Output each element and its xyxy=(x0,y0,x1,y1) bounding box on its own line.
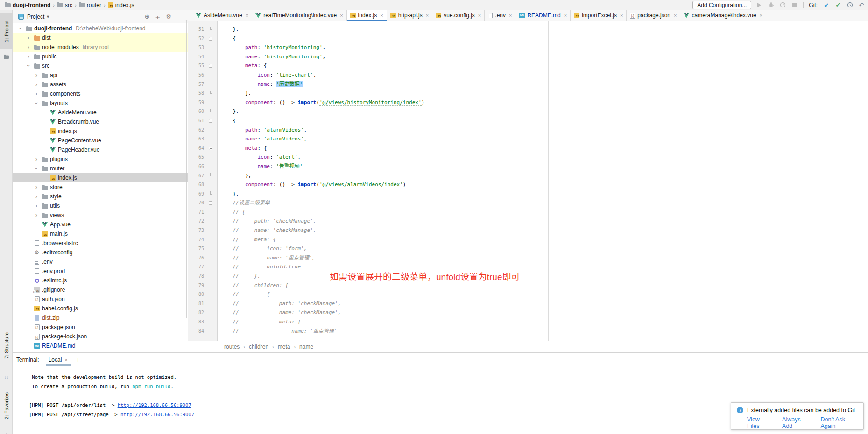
editor-tab[interactable]: MDREADME.md× xyxy=(515,10,571,21)
tree-expand-icon[interactable]: › xyxy=(34,156,39,162)
editor-tab[interactable]: cameraManage\index.vue× xyxy=(680,10,766,21)
tree-expand-icon[interactable]: › xyxy=(34,203,39,209)
tree-item[interactable]: ›plugins xyxy=(13,154,188,164)
git-rollback-icon[interactable]: ↶ xyxy=(858,1,865,9)
editor-tab[interactable]: .env× xyxy=(485,10,515,21)
notification-action-link[interactable]: Always Add xyxy=(782,416,810,429)
tree-expand-icon[interactable]: › xyxy=(26,53,31,60)
tree-item[interactable]: JS⊘.gitignore xyxy=(13,285,188,294)
locate-file-icon[interactable]: ⊕ xyxy=(145,13,150,20)
tree-item[interactable]: JSmain.js xyxy=(13,229,188,238)
tree-item[interactable]: .eslintrc.js xyxy=(13,276,188,285)
tree-item[interactable]: {;}package.json xyxy=(13,322,188,332)
tree-expand-icon[interactable]: › xyxy=(33,166,40,171)
fold-end-icon[interactable] xyxy=(210,191,212,195)
tree-item[interactable]: .browserslistrc xyxy=(13,238,188,248)
stripe-button-favorites[interactable]: 2: Favorites xyxy=(0,384,13,428)
stripe-button-structure[interactable]: 7: Structure xyxy=(0,322,13,369)
code-editor[interactable]: 51 },52 {53 path: 'historyMonitoring',54… xyxy=(188,21,868,341)
tree-item[interactable]: {;}auth.json xyxy=(13,294,188,304)
breadcrumb-item[interactable]: router xyxy=(79,2,101,8)
tree-item[interactable]: ›style xyxy=(13,192,188,201)
fold-end-icon[interactable] xyxy=(210,91,212,94)
tree-item[interactable]: {;}package-lock.json xyxy=(13,332,188,341)
close-icon[interactable]: × xyxy=(620,13,623,18)
tree-item[interactable]: ⚙.editorconfig xyxy=(13,248,188,257)
tree-item[interactable]: ›dist xyxy=(13,33,188,42)
tree-item[interactable]: AsideMenu.vue xyxy=(13,108,188,117)
tree-item[interactable]: ›utils xyxy=(13,201,188,210)
panel-settings-icon[interactable]: ⚙ xyxy=(166,13,171,20)
hide-panel-icon[interactable]: — xyxy=(177,13,183,20)
tree-item[interactable]: .env.prod xyxy=(13,266,188,276)
tree-expand-icon[interactable]: › xyxy=(34,212,39,218)
tree-expand-icon[interactable]: › xyxy=(34,81,39,88)
tree-item[interactable]: ›store xyxy=(13,182,188,192)
editor-tab[interactable]: JShttp-api.js× xyxy=(387,10,432,21)
tree-item[interactable]: ›layouts xyxy=(13,98,188,108)
breadcrumb-item[interactable]: JSindex.js xyxy=(108,2,134,8)
tree-expand-icon[interactable]: › xyxy=(34,91,39,97)
tree-item[interactable]: dist.zip xyxy=(13,313,188,322)
fold-marker-icon[interactable] xyxy=(209,37,212,41)
add-configuration-button[interactable]: Add Configuration... xyxy=(692,1,751,9)
editor-tab[interactable]: AsideMenu.vue× xyxy=(192,10,252,21)
project-tree[interactable]: ›duoji-frontendD:\zheheWeb\duoji-fronten… xyxy=(13,24,188,352)
tree-expand-icon[interactable]: › xyxy=(34,193,39,200)
fold-end-icon[interactable] xyxy=(210,173,212,176)
chevron-down-icon[interactable]: ▼ xyxy=(46,14,50,19)
fold-marker-icon[interactable] xyxy=(209,147,212,150)
tree-item[interactable]: Breadcrumb.vue xyxy=(13,117,188,126)
tree-item[interactable]: PageHeader.vue xyxy=(13,145,188,154)
tree-item[interactable]: ›components xyxy=(13,89,188,98)
tree-item[interactable]: JSindex.js xyxy=(13,126,188,136)
close-icon[interactable]: × xyxy=(674,13,677,18)
tree-item[interactable]: ›public xyxy=(13,52,188,61)
new-terminal-session-icon[interactable]: + xyxy=(72,356,84,366)
tree-expand-icon[interactable]: › xyxy=(17,26,24,31)
run-with-coverage-icon[interactable] xyxy=(779,1,786,9)
stripe-button-project[interactable]: 1: Project xyxy=(0,13,13,49)
fold-marker-icon[interactable] xyxy=(209,119,212,123)
breadcrumb-item[interactable]: duoji-frontend xyxy=(5,2,50,8)
editor-breadcrumb-item[interactable]: routes xyxy=(224,343,240,350)
stop-icon[interactable] xyxy=(790,1,798,9)
debug-icon[interactable] xyxy=(767,1,775,9)
close-icon[interactable]: × xyxy=(564,13,567,18)
tree-item[interactable]: JSbabel.config.js xyxy=(13,304,188,313)
tree-item[interactable]: .env xyxy=(13,257,188,266)
tree-item[interactable]: MDREADME.md xyxy=(13,341,188,350)
collapse-all-icon[interactable]: ∓ xyxy=(155,13,160,20)
git-update-icon[interactable]: ↙ xyxy=(823,1,830,9)
git-history-icon[interactable] xyxy=(846,1,854,9)
editor-tab[interactable]: realTimeMonitoring\index.vue× xyxy=(252,10,346,21)
editor-breadcrumb-item[interactable]: name xyxy=(299,343,313,350)
tree-scrollbar[interactable] xyxy=(186,20,187,318)
tree-expand-icon[interactable]: › xyxy=(26,35,31,41)
tree-expand-icon[interactable]: › xyxy=(34,184,39,190)
tree-item[interactable]: ›node_moduleslibrary root xyxy=(13,42,188,52)
close-icon[interactable]: × xyxy=(380,13,383,18)
tree-expand-icon[interactable]: › xyxy=(26,44,31,50)
close-icon[interactable]: × xyxy=(64,357,67,363)
close-icon[interactable]: × xyxy=(340,13,343,18)
close-icon[interactable]: × xyxy=(246,13,248,18)
tree-item[interactable]: ›duoji-frontendD:\zheheWeb\duoji-fronten… xyxy=(13,24,188,33)
editor-tab[interactable]: {;}package.json× xyxy=(627,10,680,21)
fold-end-icon[interactable] xyxy=(210,109,212,112)
breadcrumb-item[interactable]: src xyxy=(57,2,72,8)
tool-windows-grid-icon[interactable]: ∷ xyxy=(0,374,13,382)
fold-end-icon[interactable] xyxy=(210,27,212,30)
close-icon[interactable]: × xyxy=(478,13,481,18)
close-icon[interactable]: × xyxy=(426,13,429,18)
git-commit-icon[interactable]: ✔ xyxy=(834,1,842,9)
editor-breadcrumb-item[interactable]: meta xyxy=(278,343,290,350)
terminal-tab-local[interactable]: Local× xyxy=(45,357,71,366)
editor-tab[interactable]: JSimportExcel.js× xyxy=(571,10,627,21)
close-icon[interactable]: × xyxy=(509,13,512,18)
tree-item[interactable]: ›assets xyxy=(13,80,188,89)
notification-action-link[interactable]: View Files xyxy=(747,416,772,429)
tree-item[interactable]: ›api xyxy=(13,70,188,80)
project-panel-title[interactable]: Project xyxy=(27,14,44,20)
tree-item[interactable]: JSindex.js xyxy=(13,173,188,182)
